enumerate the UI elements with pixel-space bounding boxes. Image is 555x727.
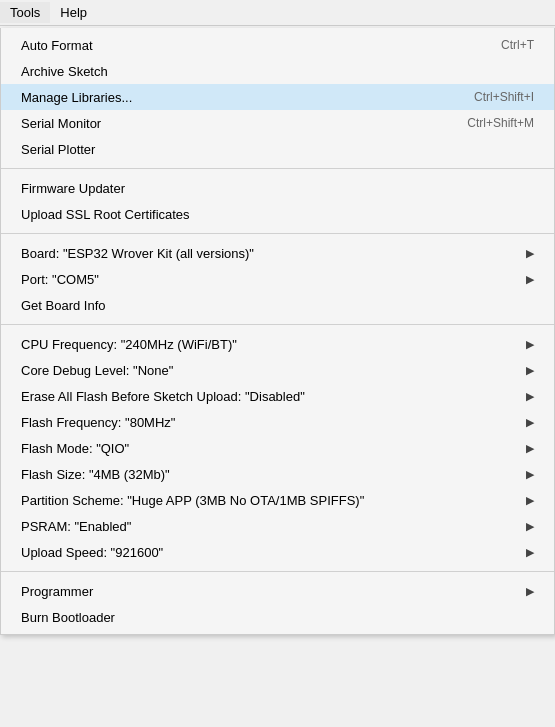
- menu-item-serial-monitor-label: Serial Monitor: [21, 116, 427, 131]
- menu-item-flash-mode-label: Flash Mode: "QIO": [21, 441, 516, 456]
- menu-item-flash-size[interactable]: Flash Size: "4MB (32Mb)" ▶: [1, 461, 554, 487]
- menu-item-port[interactable]: Port: "COM5" ▶: [1, 266, 554, 292]
- board-arrow-icon: ▶: [526, 247, 534, 260]
- menu-item-flash-frequency[interactable]: Flash Frequency: "80MHz" ▶: [1, 409, 554, 435]
- menu-item-flash-frequency-label: Flash Frequency: "80MHz": [21, 415, 516, 430]
- menu-item-serial-monitor-shortcut: Ctrl+Shift+M: [467, 116, 534, 130]
- menu-item-flash-size-label: Flash Size: "4MB (32Mb)": [21, 467, 516, 482]
- menu-item-firmware-updater-label: Firmware Updater: [21, 181, 534, 196]
- erase-flash-arrow-icon: ▶: [526, 390, 534, 403]
- menu-item-serial-plotter[interactable]: Serial Plotter: [1, 136, 554, 162]
- menu-item-upload-speed[interactable]: Upload Speed: "921600" ▶: [1, 539, 554, 565]
- menu-bar-help[interactable]: Help: [50, 2, 97, 23]
- menu-item-serial-plotter-label: Serial Plotter: [21, 142, 494, 157]
- menu-item-upload-ssl[interactable]: Upload SSL Root Certificates: [1, 201, 554, 227]
- menu-item-flash-mode[interactable]: Flash Mode: "QIO" ▶: [1, 435, 554, 461]
- menu-item-erase-flash-label: Erase All Flash Before Sketch Upload: "D…: [21, 389, 516, 404]
- core-debug-arrow-icon: ▶: [526, 364, 534, 377]
- menu-item-get-board-info-label: Get Board Info: [21, 298, 534, 313]
- menu-item-auto-format-label: Auto Format: [21, 38, 461, 53]
- menu-bar: Tools Help: [0, 0, 555, 26]
- menu-item-get-board-info[interactable]: Get Board Info: [1, 292, 554, 318]
- menu-item-cpu-frequency[interactable]: CPU Frequency: "240MHz (WiFi/BT)" ▶: [1, 331, 554, 357]
- divider-2: [1, 233, 554, 234]
- menu-item-programmer-label: Programmer: [21, 584, 516, 599]
- menu-item-port-label: Port: "COM5": [21, 272, 516, 287]
- flash-frequency-arrow-icon: ▶: [526, 416, 534, 429]
- menu-item-programmer[interactable]: Programmer ▶: [1, 578, 554, 604]
- flash-mode-arrow-icon: ▶: [526, 442, 534, 455]
- partition-scheme-arrow-icon: ▶: [526, 494, 534, 507]
- divider-1: [1, 168, 554, 169]
- menu-item-core-debug-label: Core Debug Level: "None": [21, 363, 516, 378]
- menu-item-burn-bootloader[interactable]: Burn Bootloader: [1, 604, 554, 630]
- menu-item-archive-sketch-label: Archive Sketch: [21, 64, 494, 79]
- menu-item-upload-ssl-label: Upload SSL Root Certificates: [21, 207, 534, 222]
- upload-speed-arrow-icon: ▶: [526, 546, 534, 559]
- menu-item-serial-monitor[interactable]: Serial Monitor Ctrl+Shift+M: [1, 110, 554, 136]
- menu-item-manage-libraries-shortcut: Ctrl+Shift+I: [474, 90, 534, 104]
- menu-item-erase-flash[interactable]: Erase All Flash Before Sketch Upload: "D…: [1, 383, 554, 409]
- port-arrow-icon: ▶: [526, 273, 534, 286]
- menu-item-psram[interactable]: PSRAM: "Enabled" ▶: [1, 513, 554, 539]
- menu-item-auto-format-shortcut: Ctrl+T: [501, 38, 534, 52]
- menu-item-cpu-frequency-label: CPU Frequency: "240MHz (WiFi/BT)": [21, 337, 516, 352]
- menu-item-auto-format[interactable]: Auto Format Ctrl+T: [1, 32, 554, 58]
- menu-item-firmware-updater[interactable]: Firmware Updater: [1, 175, 554, 201]
- menu-item-upload-speed-label: Upload Speed: "921600": [21, 545, 516, 560]
- menu-item-partition-scheme[interactable]: Partition Scheme: "Huge APP (3MB No OTA/…: [1, 487, 554, 513]
- menu-item-manage-libraries[interactable]: Manage Libraries... Ctrl+Shift+I: [1, 84, 554, 110]
- menu-bar-tools[interactable]: Tools: [0, 2, 50, 23]
- programmer-arrow-icon: ▶: [526, 585, 534, 598]
- cpu-frequency-arrow-icon: ▶: [526, 338, 534, 351]
- divider-4: [1, 571, 554, 572]
- divider-3: [1, 324, 554, 325]
- menu-item-manage-libraries-label: Manage Libraries...: [21, 90, 434, 105]
- menu-item-board[interactable]: Board: "ESP32 Wrover Kit (all versions)"…: [1, 240, 554, 266]
- menu-item-psram-label: PSRAM: "Enabled": [21, 519, 516, 534]
- menu-item-partition-scheme-label: Partition Scheme: "Huge APP (3MB No OTA/…: [21, 493, 516, 508]
- menu-item-core-debug[interactable]: Core Debug Level: "None" ▶: [1, 357, 554, 383]
- dropdown-menu: Auto Format Ctrl+T Archive Sketch Manage…: [0, 28, 555, 635]
- menu-item-archive-sketch[interactable]: Archive Sketch: [1, 58, 554, 84]
- flash-size-arrow-icon: ▶: [526, 468, 534, 481]
- menu-item-burn-bootloader-label: Burn Bootloader: [21, 610, 534, 625]
- psram-arrow-icon: ▶: [526, 520, 534, 533]
- menu-item-board-label: Board: "ESP32 Wrover Kit (all versions)": [21, 246, 516, 261]
